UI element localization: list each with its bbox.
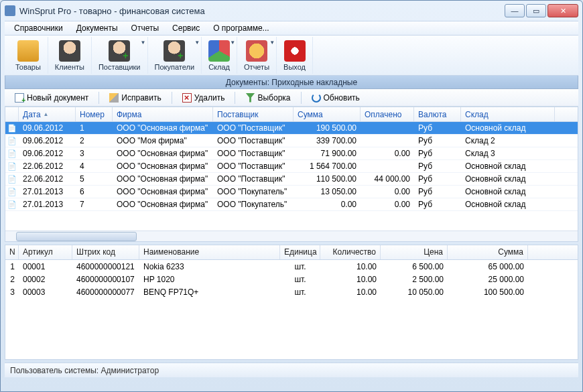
detail-header-6[interactable]: Цена [381, 245, 448, 259]
grid-header-3[interactable]: Поставщик [213, 107, 294, 121]
detail-row[interactable]: 3 00003 4600000000077 BENQ FP71Q+ шт. 10… [5, 285, 578, 298]
goods-icon [17, 40, 39, 62]
cell-num: 3 [76, 149, 113, 158]
chevron-down-icon[interactable]: ▼ [230, 40, 235, 46]
toolbar-exit-button[interactable]: Выход [277, 37, 313, 74]
scrollbar-thumb[interactable] [16, 232, 137, 241]
delete-label: Удалить [194, 93, 225, 103]
cell-currency: Руб [414, 123, 461, 133]
toolbar-suppliers-button[interactable]: +Поставщики▼ [92, 37, 148, 74]
new-document-button[interactable]: Новый документ [9, 91, 94, 105]
detail-header-2[interactable]: Штрих код [72, 245, 139, 259]
table-row[interactable]: 📄 22.06.2012 4 ООО "Основная фирма" ООО … [5, 160, 578, 173]
cell-supplier: ООО "Покупатель" [213, 187, 294, 196]
table-row[interactable]: 📄 09.06.2012 3 ООО "Основная фирма" ООО … [5, 147, 578, 160]
edit-label: Исправить [121, 93, 161, 103]
toolbar-buyers-button[interactable]: +Покупатели▼ [148, 37, 202, 74]
cell-article: 00002 [19, 275, 72, 284]
menu-service[interactable]: Сервис [167, 22, 205, 34]
toolbar-reports-button[interactable]: Отчеты▼ [237, 37, 277, 74]
detail-header-4[interactable]: Единица [280, 245, 320, 259]
cell-qty: 10.00 [320, 262, 381, 271]
detail-body[interactable]: 1 00001 4600000000121 Nokia 6233 шт. 10.… [5, 260, 578, 298]
titlebar[interactable]: WinSprut Pro - товарно - финансовая сист… [1, 1, 582, 21]
filter-button[interactable]: Выборка [239, 91, 296, 105]
document-icon: 📄 [5, 137, 19, 145]
document-icon: 📄 [5, 175, 19, 184]
cell-firm: ООО "Основная фирма" [113, 200, 213, 209]
table-row[interactable]: 📄 22.06.2012 5 ООО "Основная фирма" ООО … [5, 173, 578, 186]
cell-date: 27.01.2013 [19, 200, 76, 209]
toolbar-warehouse-button[interactable]: Склад▼ [202, 37, 237, 74]
cell-article: 00003 [19, 287, 72, 297]
minimize-button[interactable]: — [505, 4, 525, 17]
detail-row[interactable]: 2 00002 4600000000107 HP 1020 шт. 10.00 … [5, 273, 578, 285]
cell-price: 2 500.00 [381, 275, 448, 284]
grid-header-5[interactable]: Оплачено [361, 107, 414, 121]
table-row[interactable]: 📄 27.01.2013 7 ООО "Основная фирма" ООО … [5, 198, 578, 211]
detail-row[interactable]: 1 00001 4600000000121 Nokia 6233 шт. 10.… [5, 260, 578, 273]
toolbar-label: Клиенты [55, 63, 84, 71]
separator [301, 92, 302, 104]
chevron-down-icon[interactable]: ▼ [194, 40, 200, 46]
cell-sum: 339 700.00 [294, 136, 361, 145]
grid-body[interactable]: 📄 09.06.2012 1 ООО "Основная фирма" ООО … [5, 122, 578, 211]
cell-paid: 0.00 [361, 149, 414, 158]
cell-supplier: ООО "Покупатель" [213, 200, 294, 209]
close-button[interactable]: ✕ [547, 4, 578, 17]
toolbar: ТоварыКлиенты+Поставщики▼+Покупатели▼Скл… [5, 36, 578, 76]
menu-references[interactable]: Справочники [9, 22, 68, 34]
menu-reports[interactable]: Отчеты [126, 22, 164, 34]
cell-num: 1 [76, 123, 113, 133]
cell-unit: шт. [280, 287, 320, 297]
cell-firm: ООО "Основная фирма" [113, 161, 213, 171]
cell-currency: Руб [414, 200, 461, 209]
cell-article: 00001 [19, 262, 72, 271]
grid-header-0[interactable]: Дата [19, 107, 76, 121]
chevron-down-icon[interactable]: ▼ [269, 40, 275, 46]
cell-currency: Руб [414, 187, 461, 196]
toolbar-clients-button[interactable]: Клиенты [48, 37, 92, 74]
table-row[interactable]: 📄 09.06.2012 1 ООО "Основная фирма" ООО … [5, 122, 578, 135]
grid-header-4[interactable]: Сумма [294, 107, 361, 121]
cell-num: 2 [76, 136, 113, 145]
cell-date: 09.06.2012 [19, 136, 76, 145]
cell-num: 4 [76, 161, 113, 171]
cell-sum: 110 500.00 [294, 174, 361, 184]
table-row[interactable]: 📄 27.01.2013 6 ООО "Основная фирма" ООО … [5, 186, 578, 198]
actionbar: Новый документ Исправить Удалить Выборка… [5, 89, 578, 107]
detail-header-5[interactable]: Количество [320, 245, 381, 259]
detail-header-1[interactable]: Артикул [19, 245, 72, 259]
toolbar-label: Выход [283, 63, 306, 71]
cell-n: 1 [5, 262, 19, 271]
maximize-button[interactable]: ▭ [526, 4, 546, 17]
edit-button[interactable]: Исправить [103, 91, 167, 105]
detail-header-0[interactable]: N [5, 245, 19, 259]
detail-header-7[interactable]: Сумма [448, 245, 528, 259]
cell-num: 5 [76, 174, 113, 184]
toolbar-label: Покупатели [155, 63, 195, 71]
separator [172, 92, 172, 104]
detail-header-3[interactable]: Наименование [139, 245, 280, 259]
horizontal-scrollbar[interactable] [5, 231, 578, 241]
cell-barcode: 4600000000121 [72, 262, 139, 271]
grid-header-7[interactable]: Склад [461, 107, 555, 121]
menu-about[interactable]: О программе... [208, 22, 274, 34]
refresh-button[interactable]: Обновить [306, 91, 366, 105]
toolbar-goods-button[interactable]: Товары [9, 37, 48, 74]
cell-barcode: 4600000000107 [72, 275, 139, 284]
cell-supplier: ООО "Поставщик" [213, 149, 294, 158]
grid-header-1[interactable]: Номер [76, 107, 113, 121]
toolbar-label: Склад [208, 63, 230, 71]
cell-currency: Руб [414, 161, 461, 171]
chevron-down-icon[interactable]: ▼ [141, 40, 146, 46]
buyers-icon: + [164, 40, 185, 62]
menu-documents[interactable]: Документы [71, 22, 123, 34]
grid-header-2[interactable]: Фирма [113, 107, 213, 121]
grid-header-6[interactable]: Валюта [414, 107, 461, 121]
table-row[interactable]: 📄 09.06.2012 2 ООО "Моя фирма" ООО "Пост… [5, 135, 578, 147]
document-icon: 📄 [5, 162, 19, 171]
cell-price: 6 500.00 [381, 262, 448, 271]
cell-warehouse: Основной склад [461, 174, 555, 184]
delete-button[interactable]: Удалить [176, 91, 231, 105]
